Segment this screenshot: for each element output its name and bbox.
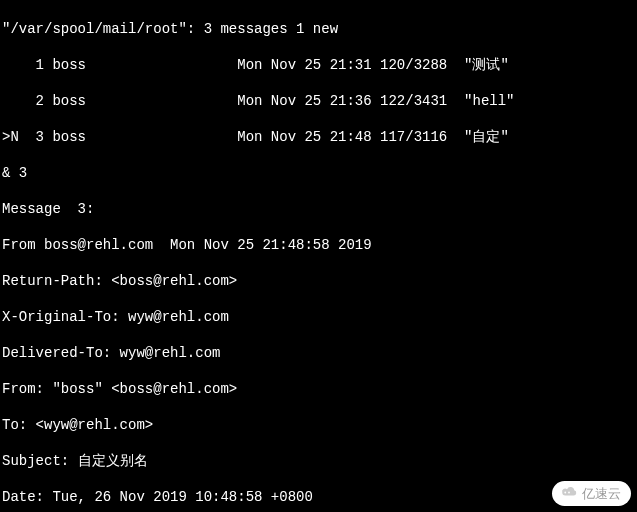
header-x-original-to: X-Original-To: wyw@rehl.com	[2, 308, 637, 326]
header-delivered-to: Delivered-To: wyw@rehl.com	[2, 344, 637, 362]
header-from: From: "boss" <boss@rehl.com>	[2, 380, 637, 398]
cloud-icon	[560, 484, 578, 503]
message-number-header: Message 3:	[2, 200, 637, 218]
svg-point-0	[564, 492, 566, 494]
mail-list-item-2: 2 boss Mon Nov 25 21:36 122/3431 "hell"	[2, 92, 637, 110]
watermark-text: 亿速云	[582, 485, 621, 503]
header-to: To: <wyw@rehl.com>	[2, 416, 637, 434]
watermark-badge: 亿速云	[552, 481, 631, 506]
mail-prompt[interactable]: & 3	[2, 164, 637, 182]
svg-point-1	[568, 492, 570, 494]
envelope-from-line: From boss@rehl.com Mon Nov 25 21:48:58 2…	[2, 236, 637, 254]
mail-list-item-3-new: >N 3 boss Mon Nov 25 21:48 117/3116 "自定"	[2, 128, 637, 146]
mail-list-item-1: 1 boss Mon Nov 25 21:31 120/3288 "测试"	[2, 56, 637, 74]
header-return-path: Return-Path: <boss@rehl.com>	[2, 272, 637, 290]
terminal-output: "/var/spool/mail/root": 3 messages 1 new…	[0, 0, 637, 512]
header-subject: Subject: 自定义别名	[2, 452, 637, 470]
header-date: Date: Tue, 26 Nov 2019 10:48:58 +0800	[2, 488, 637, 506]
mailbox-header: "/var/spool/mail/root": 3 messages 1 new	[2, 20, 637, 38]
